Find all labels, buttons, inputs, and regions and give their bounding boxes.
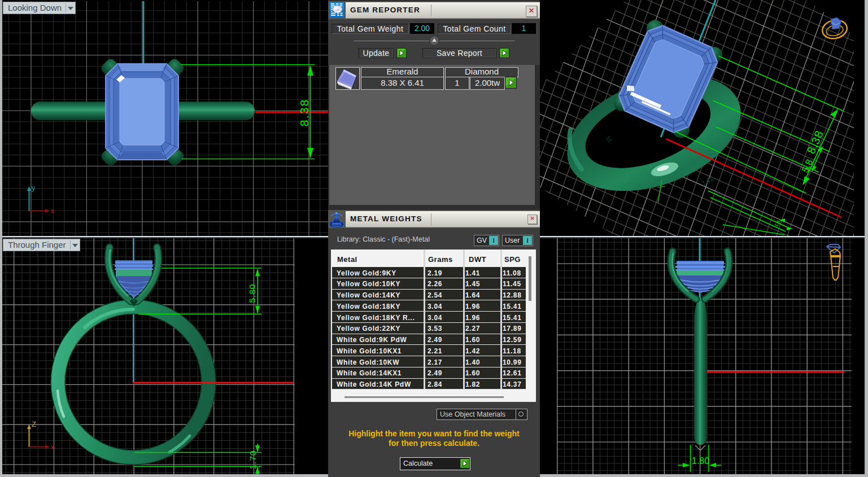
svg-text:8.38: 8.38: [298, 98, 311, 126]
svg-text:1.80: 1.80: [692, 456, 709, 466]
svg-text:5.80: 5.80: [247, 283, 257, 303]
svg-text:x: x: [51, 443, 54, 451]
svg-text:x: x: [51, 207, 54, 215]
svg-text:y: y: [32, 183, 36, 192]
svg-text:Z: Z: [32, 420, 36, 428]
svg-text:1.70: 1.70: [248, 450, 258, 469]
